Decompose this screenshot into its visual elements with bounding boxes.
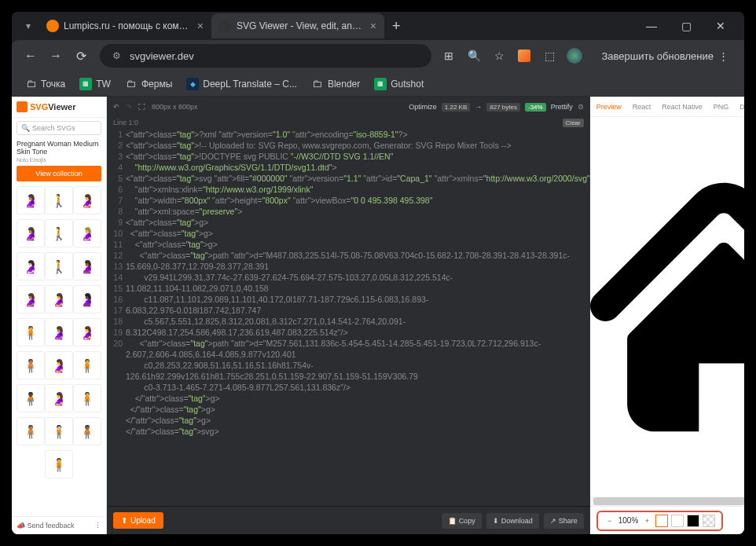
send-feedback-link[interactable]: 📣 Send feedback bbox=[17, 522, 75, 530]
svg-thumbnail[interactable]: 🧍🏾 bbox=[73, 417, 101, 445]
maximize-button[interactable]: ▢ bbox=[669, 14, 703, 38]
prettify-button[interactable]: Prettify bbox=[551, 103, 573, 111]
svg-thumbnail[interactable]: 🧍🏿 bbox=[17, 384, 45, 412]
svg-thumbnail[interactable]: 🤰🏾 bbox=[73, 252, 101, 280]
zoom-icon[interactable]: 🔍 bbox=[463, 45, 485, 67]
browser-titlebar: ▾ Lumpics.ru - помощь с компьк × SVG Vie… bbox=[12, 12, 744, 40]
search-input[interactable]: 🔍 Search SVGs bbox=[17, 121, 101, 135]
code-editor[interactable]: 1234567891011121314151617181920 <"attr">… bbox=[107, 129, 590, 506]
undo-icon[interactable]: ↶ bbox=[113, 103, 119, 111]
bg-white-alt[interactable] bbox=[671, 515, 684, 527]
back-button[interactable]: ← bbox=[18, 43, 43, 68]
tab-react[interactable]: React bbox=[633, 103, 651, 111]
svg-thumbnail[interactable]: 🧍 bbox=[73, 384, 101, 412]
tabs-dropdown-icon[interactable]: ▾ bbox=[18, 20, 39, 31]
url-input[interactable]: ⚙ svgviewer.dev bbox=[100, 44, 431, 68]
clear-button[interactable]: Clear bbox=[563, 119, 584, 127]
size-after: 827 bytes bbox=[486, 103, 520, 112]
svg-thumbnail[interactable]: 🤰🏽 bbox=[17, 219, 45, 247]
copy-button[interactable]: 📋 Copy bbox=[442, 513, 482, 529]
svg-thumbnail[interactable]: 🤰🏻 bbox=[17, 252, 45, 280]
tab-favicon-icon bbox=[46, 20, 59, 32]
svg-thumbnail[interactable]: 🤰 bbox=[73, 186, 101, 214]
svg-thumbnail[interactable]: 🚶 bbox=[45, 252, 73, 280]
svg-preview[interactable] bbox=[590, 117, 744, 497]
reload-button[interactable]: ⟳ bbox=[68, 43, 94, 68]
app-logo[interactable]: SVGViewer bbox=[12, 97, 106, 118]
svg-thumbnail[interactable]: 🚶 bbox=[45, 219, 73, 247]
zoom-out-button[interactable]: − bbox=[604, 517, 615, 525]
horizontal-scrollbar[interactable] bbox=[590, 497, 744, 506]
svg-thumbnail[interactable]: 🤰🏽 bbox=[17, 285, 45, 313]
cursor-position: Line 1:0 bbox=[113, 119, 138, 127]
dimensions-label: 800px x 800px bbox=[152, 103, 198, 111]
sheets-icon: ▦ bbox=[374, 78, 387, 90]
code-editor-panel: ↶ ↷ ⛶ 800px x 800px Optimize 1.22 KB → 8… bbox=[107, 97, 590, 534]
svg-thumbnail[interactable]: 🤰 bbox=[45, 351, 73, 379]
new-tab-button[interactable]: + bbox=[384, 18, 409, 35]
bookmarks-bar: 🗀 Точка ▦ TW 🗀 Фермы ◆ DeepL Translate –… bbox=[12, 71, 744, 97]
view-collection-button[interactable]: View collection bbox=[17, 166, 101, 181]
bg-black[interactable] bbox=[687, 515, 699, 527]
tab-title: Lumpics.ru - помощь с компьк bbox=[64, 20, 193, 31]
icon-grid: 🤰🏽🚶🤰 🤰🏽🚶🤰🏼 🤰🏻🚶🤰🏾 🤰🏽🤰🤰🏿 🧍🤰🏽🤰 🧍🏽🤰🧍 🧍🏿🤰🧍 🧍🏽… bbox=[12, 186, 106, 516]
profile-avatar-icon[interactable] bbox=[563, 45, 585, 67]
bookmark-fermy[interactable]: 🗀 Фермы bbox=[119, 75, 178, 93]
svg-thumbnail[interactable]: 🤰 bbox=[45, 384, 73, 412]
tab-close-icon[interactable]: × bbox=[197, 20, 204, 32]
tab-png[interactable]: PNG bbox=[714, 103, 729, 111]
zoom-value: 100% bbox=[618, 516, 639, 525]
svg-thumbnail[interactable]: 🧍 bbox=[45, 450, 73, 478]
tab-react-native[interactable]: React Native bbox=[662, 103, 703, 111]
extensions-icon[interactable]: ⬚ bbox=[538, 45, 560, 67]
svg-thumbnail[interactable]: 🧍🏽 bbox=[17, 417, 45, 445]
redo-icon[interactable]: ↷ bbox=[126, 103, 132, 111]
metamask-icon[interactable] bbox=[513, 45, 535, 67]
svg-thumbnail[interactable]: 🤰🏿 bbox=[73, 285, 101, 313]
update-chrome-button[interactable]: Завершить обновление ⋮ bbox=[592, 46, 738, 67]
minimize-button[interactable]: — bbox=[634, 14, 669, 38]
sidebar-menu-icon[interactable]: ⋮ bbox=[94, 522, 101, 530]
svg-thumbnail[interactable]: 🧍🏽 bbox=[17, 351, 45, 379]
settings-icon[interactable]: ⚙ bbox=[578, 103, 584, 111]
zoom-in-button[interactable]: + bbox=[641, 517, 652, 525]
bg-transparent[interactable] bbox=[703, 515, 715, 527]
download-button[interactable]: ⬇ Download bbox=[486, 513, 539, 529]
zoom-controls: − 100% + bbox=[596, 511, 724, 531]
svg-thumbnail[interactable]: 🧍🏻 bbox=[45, 417, 73, 445]
tab-data-uri[interactable]: Data URI bbox=[739, 103, 744, 111]
svg-thumbnail[interactable]: 🚶 bbox=[45, 186, 73, 214]
bookmark-gutshot[interactable]: ▦ Gutshot bbox=[368, 75, 430, 93]
browser-tab-svgviewer[interactable]: SVG Viewer - View, edit, and op × bbox=[211, 13, 384, 38]
share-button[interactable]: ↗ Share bbox=[544, 513, 584, 529]
bookmark-tw[interactable]: ▦ TW bbox=[73, 75, 117, 93]
collection-title: Pregnant Woman Medium Skin Tone bbox=[12, 138, 106, 157]
svg-rect-0 bbox=[17, 101, 28, 112]
site-settings-icon[interactable]: ⚙ bbox=[109, 49, 123, 63]
tab-preview[interactable]: Preview bbox=[596, 103, 622, 111]
browser-tab-lumpics[interactable]: Lumpics.ru - помощь с компьк × bbox=[39, 13, 211, 38]
close-button[interactable]: ✕ bbox=[703, 14, 738, 38]
bookmark-tochka[interactable]: 🗀 Точка bbox=[18, 75, 72, 93]
bg-white[interactable] bbox=[655, 515, 668, 527]
optimize-button[interactable]: Optimize bbox=[409, 103, 437, 111]
preview-panel: Preview React React Native PNG Data URI … bbox=[590, 97, 744, 534]
bookmark-deepl[interactable]: ◆ DeepL Translate – C... bbox=[180, 75, 303, 93]
svg-thumbnail[interactable]: 🤰🏽 bbox=[17, 186, 45, 214]
svg-thumbnail[interactable]: 🧍 bbox=[17, 318, 45, 346]
svg-thumbnail[interactable]: 🤰🏼 bbox=[73, 219, 101, 247]
expand-icon[interactable]: ⛶ bbox=[138, 103, 145, 111]
forward-button[interactable]: → bbox=[43, 43, 68, 68]
svg-sidebar: SVGViewer 🔍 Search SVGs Pregnant Woman M… bbox=[12, 97, 107, 534]
logo-icon bbox=[17, 101, 28, 112]
svg-thumbnail[interactable]: 🤰 bbox=[45, 285, 73, 313]
svg-thumbnail[interactable]: 🤰 bbox=[73, 318, 101, 346]
svg-thumbnail[interactable]: 🤰🏽 bbox=[45, 318, 73, 346]
bookmark-star-icon[interactable]: ☆ bbox=[488, 45, 510, 67]
bookmark-blender[interactable]: 🗀 Blender bbox=[305, 75, 366, 93]
tab-close-icon[interactable]: × bbox=[370, 20, 376, 32]
upload-button[interactable]: ⬆ Upload bbox=[113, 512, 163, 529]
translate-icon[interactable]: ⊞ bbox=[438, 45, 460, 67]
deepl-icon: ◆ bbox=[186, 78, 199, 90]
svg-thumbnail[interactable]: 🧍 bbox=[73, 351, 101, 379]
